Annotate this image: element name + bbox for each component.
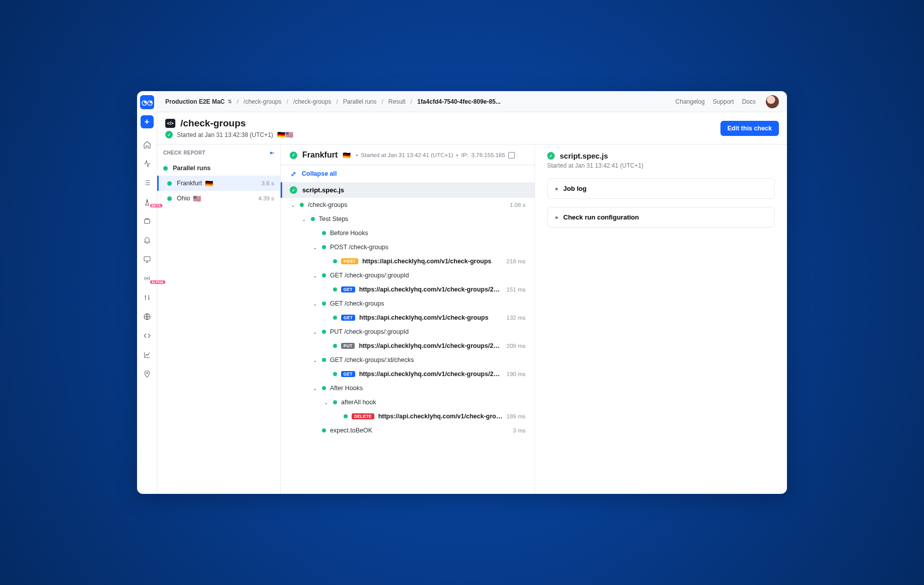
status-bullet-icon <box>344 414 348 418</box>
chevron-down-icon[interactable]: ⌄ <box>313 245 318 250</box>
status-bullet-icon <box>322 386 326 390</box>
request-row[interactable]: DELETEhttps://api.checklyhq.com/v1/check… <box>281 409 535 423</box>
duration: 190 ms <box>506 371 525 377</box>
alpha-badge: ALPHA <box>150 280 165 284</box>
copy-icon[interactable] <box>508 152 515 159</box>
chevron-down-icon[interactable]: ⌄ <box>313 386 318 391</box>
request-row[interactable]: GEThttps://api.checklyhq.com/v1/check-gr… <box>281 282 535 297</box>
step-label: GET /check-groups <box>330 300 525 307</box>
chevron-down-icon[interactable]: ⌄ <box>313 329 318 335</box>
step-row[interactable]: expect.toBeOK3 ms <box>281 423 535 437</box>
request-row[interactable]: GEThttps://api.checklyhq.com/v1/check-gr… <box>281 311 535 325</box>
request-row[interactable]: POSThttps://api.checklyhq.com/v1/check-g… <box>281 254 535 268</box>
avatar[interactable] <box>766 95 779 108</box>
chevron-down-icon[interactable]: ⌄ <box>291 202 296 208</box>
duration: 132 ms <box>506 315 525 321</box>
monitor-icon[interactable] <box>140 252 154 266</box>
status-bullet-icon <box>322 428 326 432</box>
home-icon[interactable] <box>140 137 154 152</box>
step-row[interactable]: ⌄PUT /check-groups/:groupId <box>281 325 535 339</box>
step-row[interactable]: ⌄POST /check-groups <box>281 240 535 254</box>
chevron-right-icon: ▸ <box>556 186 558 191</box>
support-link[interactable]: Support <box>713 98 734 105</box>
step-label: GET /check-groups/:id/checks <box>330 356 525 363</box>
check-report-panel: CHECK REPORT ⇤ Parallel runs Frankfurt 🇩… <box>157 144 281 494</box>
accordion-job-log[interactable]: ▸ Job log <box>547 178 775 199</box>
report-item-parent[interactable]: Parallel runs <box>157 161 280 176</box>
ip-label: IP: <box>461 152 468 158</box>
sidebar-nav: ◔◔ + BETA ALPHA <box>137 91 157 494</box>
collapse-panel-icon[interactable]: ⇤ <box>270 150 274 156</box>
request-row[interactable]: GEThttps://api.checklyhq.com/v1/check-gr… <box>281 367 535 381</box>
status-bullet-icon <box>322 273 326 277</box>
status-success-icon: ✓ <box>165 131 173 138</box>
status-bullet-icon <box>311 217 315 221</box>
radio-icon[interactable]: ALPHA <box>140 271 154 285</box>
globe-icon[interactable] <box>140 310 154 324</box>
docs-link[interactable]: Docs <box>742 98 756 105</box>
details-started-at: Started at Jan 31 13:42:41 (UTC+1) <box>547 162 775 169</box>
step-label: Before Hooks <box>330 230 525 237</box>
step-row[interactable]: ⌄GET /check-groups <box>281 297 535 311</box>
chevron-down-icon[interactable]: ⌄ <box>324 400 329 405</box>
status-bullet-icon <box>322 245 326 249</box>
request-row[interactable]: PUThttps://api.checklyhq.com/v1/check-gr… <box>281 339 535 353</box>
step-row[interactable]: Before Hooks <box>281 226 535 240</box>
status-bullet-icon <box>333 400 337 404</box>
step-row[interactable]: ⌄GET /check-groups/:id/checks <box>281 353 535 367</box>
body: CHECK REPORT ⇤ Parallel runs Frankfurt 🇩… <box>157 144 787 494</box>
step-row[interactable]: ⌄/check-groups1.08 s <box>281 198 535 212</box>
code-badge-icon: </> <box>165 119 175 128</box>
add-button[interactable]: + <box>141 115 154 128</box>
request-url: https://api.checklyhq.com/v1/check-group… <box>359 286 503 293</box>
status-bullet-icon <box>333 259 337 263</box>
chevron-right-icon: ▸ <box>556 214 558 220</box>
chevron-down-icon[interactable]: ⌄ <box>313 357 318 363</box>
spec-file-header[interactable]: ✓ script.spec.js <box>281 182 535 198</box>
chevron-down-icon[interactable]: ⌄ <box>302 216 307 222</box>
status-bullet-icon <box>333 287 337 291</box>
edit-check-button[interactable]: Edit this check <box>720 121 779 136</box>
location-name: Frankfurt 🇩🇪 <box>177 180 256 187</box>
step-label: POST /check-groups <box>330 244 525 251</box>
container-icon[interactable] <box>140 214 154 228</box>
chevron-down-icon[interactable]: ⌄ <box>313 273 318 278</box>
location-title: Frankfurt <box>302 151 338 160</box>
report-item-location[interactable]: Ohio 🇺🇸 4.39 s <box>157 191 280 206</box>
location-icon[interactable] <box>140 367 154 381</box>
chevron-down-icon[interactable]: ⌄ <box>313 301 318 307</box>
step-row[interactable]: ⌄GET /check-groups/:groupId <box>281 268 535 282</box>
run-started-at: Started at Jan 31 13:42:41 (UTC+1) <box>361 152 453 158</box>
code-icon[interactable] <box>140 329 154 343</box>
chart-icon[interactable] <box>140 348 154 362</box>
breadcrumb[interactable]: Result <box>388 98 406 105</box>
bell-icon[interactable] <box>140 233 154 247</box>
collapse-all-button[interactable]: ⤢ Collapse all <box>281 165 535 182</box>
main: Production E2E MaC ⇅ / /check-groups / /… <box>157 91 787 494</box>
changelog-link[interactable]: Changelog <box>676 98 705 105</box>
breadcrumb[interactable]: /check-groups <box>243 98 281 105</box>
logo-icon[interactable]: ◔◔ <box>140 95 154 109</box>
location-name: Parallel runs <box>173 165 274 172</box>
status-bullet-icon <box>322 330 326 334</box>
breadcrumb[interactable]: Parallel runs <box>343 98 377 105</box>
step-row[interactable]: ⌄afterAll hook <box>281 395 535 409</box>
lighthouse-icon[interactable]: BETA <box>140 195 154 209</box>
report-item-location[interactable]: Frankfurt 🇩🇪 3.6 s <box>157 176 280 191</box>
status-bullet-icon <box>322 231 326 235</box>
request-url: https://api.checklyhq.com/v1/check-group… <box>359 314 488 321</box>
http-method-badge: GET <box>341 315 355 321</box>
project-selector[interactable]: Production E2E MaC ⇅ <box>165 98 232 105</box>
step-row[interactable]: ⌄Test Steps <box>281 212 535 226</box>
activity-icon[interactable] <box>140 157 154 171</box>
list-icon[interactable] <box>140 176 154 190</box>
breadcrumb[interactable]: /check-groups <box>293 98 331 105</box>
duration: 209 ms <box>506 343 525 349</box>
breadcrumb-current: 1fa4cfd4-7540-4fec-809e-85... <box>417 98 500 105</box>
step-label: Test Steps <box>319 215 525 223</box>
accordion-run-config[interactable]: ▸ Check run configuration <box>547 207 775 228</box>
http-method-badge: GET <box>341 286 355 292</box>
tuning-icon[interactable] <box>140 290 154 305</box>
step-row[interactable]: ⌄After Hooks <box>281 381 535 395</box>
http-method-badge: PUT <box>341 343 355 349</box>
